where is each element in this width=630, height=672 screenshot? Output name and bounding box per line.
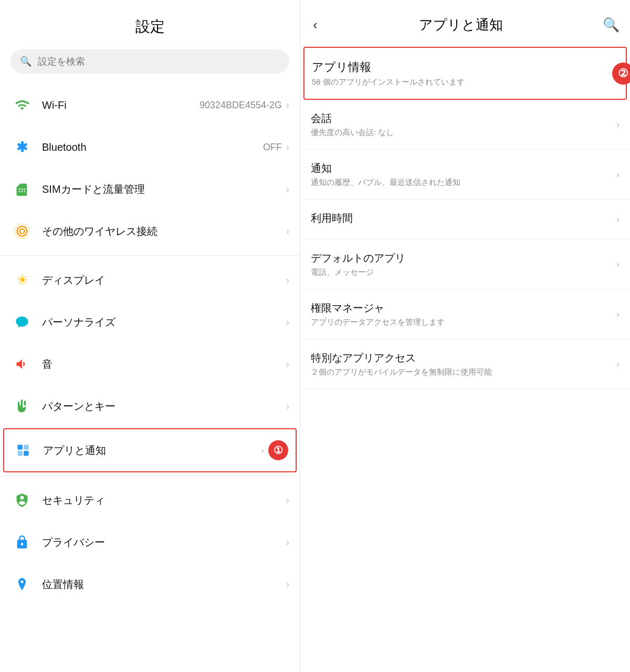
right-header: ‹ アプリと通知 🔍 (300, 0, 630, 44)
conversation-chevron: › (616, 119, 620, 130)
special-access-content: 特別なアプリアクセス ２個のアプリがモバイルデータを無制限に使用可能 (311, 351, 616, 377)
special-access-title: 特別なアプリアクセス (311, 351, 616, 365)
personalize-label: パーソナライズ (42, 315, 286, 329)
right-item-special-access[interactable]: 特別なアプリアクセス ２個のアプリがモバイルデータを無制限に使用可能 › (300, 339, 630, 389)
pattern-icon (10, 395, 34, 418)
privacy-label: プライバシー (42, 535, 286, 550)
settings-item-sim[interactable]: SIMカードと流量管理 › (0, 168, 300, 210)
settings-item-security[interactable]: セキュリティ › (0, 479, 300, 521)
apps-label: アプリと通知 (43, 443, 261, 458)
settings-list: Wi-Fi 90324BDE4554-2G › ✱ Bluetooth OFF … (0, 84, 300, 672)
privacy-icon (10, 531, 34, 554)
notification-chevron: › (616, 169, 620, 180)
display-chevron: › (286, 275, 289, 286)
badge-1: ① (268, 440, 288, 460)
svg-point-0 (19, 229, 24, 233)
security-chevron: › (286, 495, 289, 506)
notification-content: 通知 通知の履歴、バブル、最近送信された通知 (311, 161, 616, 188)
personalize-chevron: › (286, 317, 289, 328)
settings-item-display[interactable]: ☀ ディスプレイ › (0, 259, 300, 301)
bluetooth-chevron: › (286, 142, 289, 153)
left-title: 設定 (10, 17, 289, 37)
privacy-chevron: › (286, 537, 289, 548)
usage-time-content: 利用時間 (311, 211, 616, 228)
right-title: アプリと通知 (326, 16, 596, 34)
wireless-icon (10, 220, 34, 243)
left-header: 設定 (0, 0, 300, 45)
default-app-subtitle: 電話、メッセージ (311, 267, 616, 277)
right-item-default-app[interactable]: デフォルトのアプリ 電話、メッセージ › (300, 240, 630, 290)
conversation-title: 会話 (311, 111, 616, 126)
bluetooth-label: Bluetooth (42, 141, 263, 153)
app-info-content: アプリ情報 58 個のアプリがインストールされています (312, 59, 615, 87)
default-app-content: デフォルトのアプリ 電話、メッセージ (311, 251, 616, 277)
pattern-label: パターンとキー (42, 399, 286, 413)
svg-rect-6 (24, 451, 28, 456)
sim-chevron: › (286, 184, 289, 195)
right-item-conversation[interactable]: 会話 優先度の高い会話: なし › (300, 100, 630, 150)
permission-content: 権限マネージャ アプリのデータアクセスを管理します (311, 301, 616, 327)
badge-2: ② (612, 63, 630, 85)
left-panel: 設定 🔍 Wi-Fi 90324BDE4554-2G › ✱ Bluetooth… (0, 0, 300, 672)
svg-rect-5 (18, 451, 23, 456)
security-icon (10, 489, 34, 512)
app-info-subtitle: 58 個のアプリがインストールされています (312, 77, 615, 87)
apps-chevron: › (261, 445, 264, 456)
wifi-label: Wi-Fi (42, 99, 200, 111)
settings-item-location[interactable]: 位置情報 › (0, 563, 300, 605)
bluetooth-value: OFF (263, 142, 282, 153)
right-item-app-info[interactable]: アプリ情報 58 個のアプリがインストールされています › ② (303, 47, 627, 100)
back-button[interactable]: ‹ (311, 15, 320, 35)
right-list: アプリ情報 58 個のアプリがインストールされています › ② 会話 優先度の高… (300, 44, 630, 672)
right-panel: ‹ アプリと通知 🔍 アプリ情報 58 個のアプリがインストールされています ›… (300, 0, 630, 672)
usage-time-title: 利用時間 (311, 211, 616, 225)
settings-item-pattern[interactable]: パターンとキー › (0, 385, 300, 427)
settings-item-privacy[interactable]: プライバシー › (0, 521, 300, 563)
conversation-subtitle: 優先度の高い会話: なし (311, 128, 616, 138)
notification-subtitle: 通知の履歴、バブル、最近送信された通知 (311, 178, 616, 188)
conversation-content: 会話 優先度の高い会話: なし (311, 111, 616, 138)
location-label: 位置情報 (42, 577, 286, 592)
default-app-title: デフォルトのアプリ (311, 251, 616, 265)
settings-item-apps[interactable]: アプリと通知 › ① (3, 428, 297, 472)
settings-item-bluetooth[interactable]: ✱ Bluetooth OFF › (0, 126, 300, 168)
right-item-usage-time[interactable]: 利用時間 › (300, 200, 630, 240)
display-label: ディスプレイ (42, 273, 286, 287)
right-item-permission[interactable]: 権限マネージャ アプリのデータアクセスを管理します › (300, 290, 630, 339)
special-access-chevron: › (616, 359, 620, 370)
sim-icon (10, 178, 34, 201)
display-icon: ☀ (10, 268, 34, 292)
wireless-label: その他のワイヤレス接続 (42, 224, 286, 239)
usage-time-chevron: › (616, 214, 620, 225)
apps-icon (12, 439, 35, 462)
security-label: セキュリティ (42, 493, 286, 508)
location-icon (10, 573, 34, 596)
default-app-chevron: › (616, 259, 620, 270)
wireless-chevron: › (286, 226, 289, 237)
divider-1 (0, 255, 300, 256)
wifi-chevron: › (286, 100, 289, 111)
settings-item-personalize[interactable]: パーソナライズ › (0, 301, 300, 343)
settings-item-wifi[interactable]: Wi-Fi 90324BDE4554-2G › (0, 84, 300, 126)
permission-subtitle: アプリのデータアクセスを管理します (311, 317, 616, 327)
permission-title: 権限マネージャ (311, 301, 616, 315)
right-item-notification[interactable]: 通知 通知の履歴、バブル、最近送信された通知 › (300, 150, 630, 200)
location-chevron: › (286, 579, 289, 590)
personalize-icon (10, 311, 34, 334)
search-bar[interactable]: 🔍 (10, 49, 289, 74)
wifi-icon (10, 94, 34, 117)
wifi-value: 90324BDE4554-2G (200, 100, 282, 111)
search-icon: 🔍 (20, 56, 32, 67)
svg-rect-4 (24, 445, 28, 450)
sound-chevron: › (286, 359, 289, 370)
svg-point-1 (17, 226, 27, 236)
settings-item-wireless[interactable]: その他のワイヤレス接続 › (0, 210, 300, 252)
right-search-button[interactable]: 🔍 (603, 17, 620, 33)
sim-label: SIMカードと流量管理 (42, 182, 286, 197)
settings-item-sound[interactable]: 音 › (0, 343, 300, 385)
search-input[interactable] (38, 56, 280, 67)
special-access-subtitle: ２個のアプリがモバイルデータを無制限に使用可能 (311, 367, 616, 377)
sound-icon (10, 353, 34, 376)
divider-2 (0, 475, 300, 476)
app-info-title: アプリ情報 (312, 59, 615, 75)
